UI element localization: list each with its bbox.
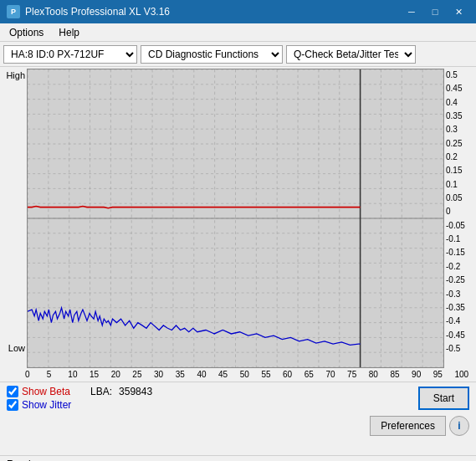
x-label-12: 60 (283, 370, 305, 382)
title-bar: P PlexTools Professional XL V3.16 ─ □ ✕ (0, 0, 476, 23)
toolbar: HA:8 ID:0 PX-712UF CD Diagnostic Functio… (0, 42, 476, 67)
x-label-7: 35 (176, 370, 197, 382)
r-label-1: 0.45 (446, 84, 473, 93)
status-text: Ready (7, 458, 36, 462)
x-label-3: 15 (90, 370, 111, 382)
r-label-11: -0.05 (446, 221, 473, 230)
x-label-8: 40 (197, 370, 218, 382)
bottom-main-row: Show Beta LBA: 359843 Show Jitter Start (7, 386, 469, 411)
chart-left-labels: High Low (3, 69, 27, 368)
test-select[interactable]: Q-Check Beta/Jitter Test (286, 45, 416, 64)
show-jitter-row: Show Jitter (7, 399, 152, 411)
start-button[interactable]: Start (418, 387, 469, 410)
preferences-button[interactable]: Preferences (370, 416, 446, 436)
r-label-13: -0.15 (446, 248, 473, 257)
chart-area (27, 69, 444, 368)
r-label-16: -0.3 (446, 289, 473, 299)
show-beta-row: Show Beta LBA: 359843 (7, 386, 152, 397)
minimize-button[interactable]: ─ (401, 3, 422, 20)
r-label-5: 0.25 (446, 139, 473, 148)
lba-label: LBA: (90, 386, 112, 397)
r-label-6: 0.2 (446, 152, 473, 161)
title-bar-left: P PlexTools Professional XL V3.16 (7, 5, 170, 18)
show-jitter-label: Show Jitter (22, 399, 71, 411)
close-button[interactable]: ✕ (448, 3, 469, 20)
r-label-3: 0.35 (446, 111, 473, 120)
r-label-20: -0.5 (446, 344, 473, 353)
r-label-14: -0.2 (446, 262, 473, 271)
maximize-button[interactable]: □ (424, 3, 446, 20)
lba-value: 359843 (119, 386, 152, 397)
r-label-4: 0.3 (446, 125, 473, 134)
r-label-12: -0.1 (446, 234, 473, 243)
r-label-18: -0.4 (446, 316, 473, 325)
x-label-20: 100 (454, 370, 476, 382)
r-label-19: -0.45 (446, 330, 473, 340)
function-select[interactable]: CD Diagnostic Functions (141, 45, 283, 64)
x-label-19: 95 (433, 370, 455, 382)
chart-label-low: Low (8, 343, 25, 353)
x-label-5: 25 (132, 370, 154, 382)
x-label-2: 10 (68, 370, 90, 382)
menu-options[interactable]: Options (3, 24, 49, 41)
r-label-0: 0.5 (446, 70, 473, 79)
status-bar: Ready (0, 455, 476, 461)
chart-svg (28, 69, 443, 367)
bottom-buttons: Preferences i (7, 416, 469, 436)
title-bar-controls: ─ □ ✕ (401, 3, 469, 20)
r-label-17: -0.35 (446, 303, 473, 312)
x-label-10: 50 (240, 370, 262, 382)
r-label-7: 0.15 (446, 166, 473, 175)
bottom-panel: Show Beta LBA: 359843 Show Jitter Start … (0, 382, 476, 455)
show-jitter-checkbox[interactable] (7, 399, 18, 411)
x-label-1: 5 (47, 370, 69, 382)
x-label-11: 55 (261, 370, 283, 382)
r-label-9: 0.05 (446, 193, 473, 202)
window-title: PlexTools Professional XL V3.16 (25, 6, 170, 18)
x-label-17: 85 (390, 370, 412, 382)
x-label-6: 30 (154, 370, 176, 382)
menu-help[interactable]: Help (53, 24, 85, 41)
x-label-16: 80 (369, 370, 391, 382)
r-label-10: 0 (446, 207, 473, 216)
x-label-0: 0 (25, 370, 47, 382)
chart-right-labels: 0.5 0.45 0.4 0.35 0.3 0.25 0.2 0.15 0.1 … (444, 69, 473, 368)
show-beta-checkbox[interactable] (7, 386, 18, 397)
checkboxes-lba: Show Beta LBA: 359843 Show Jitter (7, 386, 152, 411)
app-icon: P (7, 5, 20, 18)
x-label-18: 90 (412, 370, 433, 382)
chart-container: High Low (0, 67, 476, 368)
menu-bar: Options Help (0, 23, 476, 42)
show-beta-label: Show Beta (22, 386, 70, 397)
x-label-13: 65 (305, 370, 326, 382)
info-button[interactable]: i (449, 416, 469, 436)
x-label-9: 45 (218, 370, 240, 382)
x-label-15: 75 (347, 370, 369, 382)
x-label-4: 20 (111, 370, 133, 382)
r-label-15: -0.25 (446, 275, 473, 284)
x-axis-labels: 0 5 10 15 20 25 30 35 40 45 50 55 60 65 … (0, 368, 476, 382)
r-label-8: 0.1 (446, 180, 473, 189)
x-label-14: 70 (325, 370, 347, 382)
r-label-2: 0.4 (446, 98, 473, 107)
chart-label-high: High (6, 70, 25, 80)
drive-select[interactable]: HA:8 ID:0 PX-712UF (3, 45, 137, 64)
